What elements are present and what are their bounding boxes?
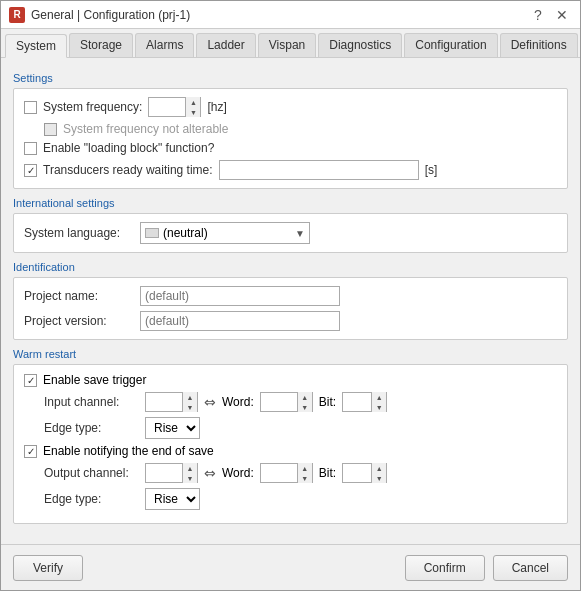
word2-spinbox[interactable]: 1 ▲ ▼ (260, 463, 313, 483)
word1-down[interactable]: ▼ (298, 402, 312, 412)
tab-definitions[interactable]: Definitions (500, 33, 578, 57)
enable-notifying-checkbox[interactable] (24, 445, 37, 458)
bit1-down[interactable]: ▼ (372, 402, 386, 412)
system-language-value: (neutral) (163, 226, 208, 240)
input-channel-label: Input channel: (44, 395, 139, 409)
word2-down[interactable]: ▼ (298, 473, 312, 483)
project-name-input[interactable] (140, 286, 340, 306)
bit2-input[interactable]: 0 (343, 464, 371, 482)
window-title: General | Configuration (prj-1) (31, 8, 190, 22)
tab-system[interactable]: System (5, 34, 67, 58)
word1-input[interactable]: 1 (261, 393, 297, 411)
system-frequency-checkbox[interactable] (24, 101, 37, 114)
identification-section: Project name: Project version: (13, 277, 568, 340)
main-window: R General | Configuration (prj-1) ? ✕ Sy… (0, 0, 581, 591)
bit2-label: Bit: (319, 466, 336, 480)
project-name-row: Project name: (24, 286, 557, 306)
project-name-label: Project name: (24, 289, 134, 303)
loading-block-row: Enable "loading block" function? (24, 141, 557, 155)
warm-restart-section: Enable save trigger Input channel: 1 ▲ ▼… (13, 364, 568, 524)
cancel-button[interactable]: Cancel (493, 555, 568, 581)
enable-save-trigger-label: Enable save trigger (43, 373, 146, 387)
freq-not-alterable-row: System frequency not alterable (44, 122, 557, 136)
project-version-input[interactable] (140, 311, 340, 331)
bit1-input[interactable]: 0 (343, 393, 371, 411)
combo-arrow-icon: ▼ (295, 228, 305, 239)
system-frequency-down[interactable]: ▼ (186, 107, 200, 117)
input-channel-up[interactable]: ▲ (183, 392, 197, 402)
freq-not-alterable-label: System frequency not alterable (63, 122, 228, 136)
word2-up[interactable]: ▲ (298, 463, 312, 473)
verify-button[interactable]: Verify (13, 555, 83, 581)
input-channel-spinbox[interactable]: 1 ▲ ▼ (145, 392, 198, 412)
input-channel-btns: ▲ ▼ (182, 392, 197, 412)
app-icon: R (9, 7, 25, 23)
output-channel-down[interactable]: ▼ (183, 473, 197, 483)
tab-diagnostics[interactable]: Diagnostics (318, 33, 402, 57)
tab-vispan[interactable]: Vispan (258, 33, 316, 57)
system-frequency-spinbox[interactable]: 200 ▲ ▼ (148, 97, 201, 117)
tab-configuration[interactable]: Configuration (404, 33, 497, 57)
enable-notifying-row: Enable notifying the end of save (24, 444, 557, 458)
confirm-button[interactable]: Confirm (405, 555, 485, 581)
tab-ladder[interactable]: Ladder (196, 33, 255, 57)
input-channel-down[interactable]: ▼ (183, 402, 197, 412)
tab-storage[interactable]: Storage (69, 33, 133, 57)
help-button[interactable]: ? (528, 5, 548, 25)
output-channel-spinbox[interactable]: 1 ▲ ▼ (145, 463, 198, 483)
word1-up[interactable]: ▲ (298, 392, 312, 402)
edge-type2-label: Edge type: (44, 492, 139, 506)
input-channel-input[interactable]: 1 (146, 393, 182, 411)
warm-restart-section-label: Warm restart (13, 348, 568, 360)
system-language-label: System language: (24, 226, 134, 240)
bit2-btns: ▲ ▼ (371, 463, 386, 483)
enable-save-trigger-checkbox[interactable] (24, 374, 37, 387)
input-channel-row: Input channel: 1 ▲ ▼ ⇔ Word: 1 ▲ ▼ (44, 392, 557, 412)
bit1-spinbox[interactable]: 0 ▲ ▼ (342, 392, 387, 412)
exchange-icon-2: ⇔ (204, 465, 216, 481)
close-button[interactable]: ✕ (552, 5, 572, 25)
transducers-ready-label: Transducers ready waiting time: (43, 163, 213, 177)
loading-block-checkbox[interactable] (24, 142, 37, 155)
bit1-up[interactable]: ▲ (372, 392, 386, 402)
bit2-down[interactable]: ▼ (372, 473, 386, 483)
bit2-spinbox[interactable]: 0 ▲ ▼ (342, 463, 387, 483)
enable-save-trigger-row: Enable save trigger (24, 373, 557, 387)
edge-type1-row: Edge type: Rise Fall (44, 417, 557, 439)
output-channel-up[interactable]: ▲ (183, 463, 197, 473)
title-bar-left: R General | Configuration (prj-1) (9, 7, 190, 23)
output-channel-row: Output channel: 1 ▲ ▼ ⇔ Word: 1 ▲ ▼ (44, 463, 557, 483)
system-frequency-up[interactable]: ▲ (186, 97, 200, 107)
freq-not-alterable-checkbox[interactable] (44, 123, 57, 136)
project-version-row: Project version: (24, 311, 557, 331)
edge-type1-select[interactable]: Rise Fall (145, 417, 200, 439)
tab-bar: System Storage Alarms Ladder Vispan Diag… (1, 29, 580, 58)
system-frequency-row: System frequency: 200 ▲ ▼ [hz] (24, 97, 557, 117)
identification-section-label: Identification (13, 261, 568, 273)
title-bar-right: ? ✕ (528, 5, 572, 25)
transducers-ready-unit: [s] (425, 163, 438, 177)
settings-section: System frequency: 200 ▲ ▼ [hz] System fr… (13, 88, 568, 189)
word2-label: Word: (222, 466, 254, 480)
word2-input[interactable]: 1 (261, 464, 297, 482)
transducers-ready-checkbox[interactable] (24, 164, 37, 177)
bit2-up[interactable]: ▲ (372, 463, 386, 473)
loading-block-label: Enable "loading block" function? (43, 141, 214, 155)
transducers-ready-input[interactable]: 60 (219, 160, 419, 180)
international-section: System language: (neutral) ▼ (13, 213, 568, 253)
word1-btns: ▲ ▼ (297, 392, 312, 412)
enable-notifying-label: Enable notifying the end of save (43, 444, 214, 458)
edge-type2-select[interactable]: Rise Fall (145, 488, 200, 510)
output-channel-label: Output channel: (44, 466, 139, 480)
word1-spinbox[interactable]: 1 ▲ ▼ (260, 392, 313, 412)
settings-section-label: Settings (13, 72, 568, 84)
footer: Verify Confirm Cancel (1, 544, 580, 590)
footer-right: Confirm Cancel (405, 555, 568, 581)
system-frequency-input[interactable]: 200 (149, 98, 185, 116)
title-bar: R General | Configuration (prj-1) ? ✕ (1, 1, 580, 29)
system-frequency-label: System frequency: (43, 100, 142, 114)
tab-alarms[interactable]: Alarms (135, 33, 194, 57)
system-language-combo[interactable]: (neutral) ▼ (140, 222, 310, 244)
bit1-label: Bit: (319, 395, 336, 409)
output-channel-input[interactable]: 1 (146, 464, 182, 482)
